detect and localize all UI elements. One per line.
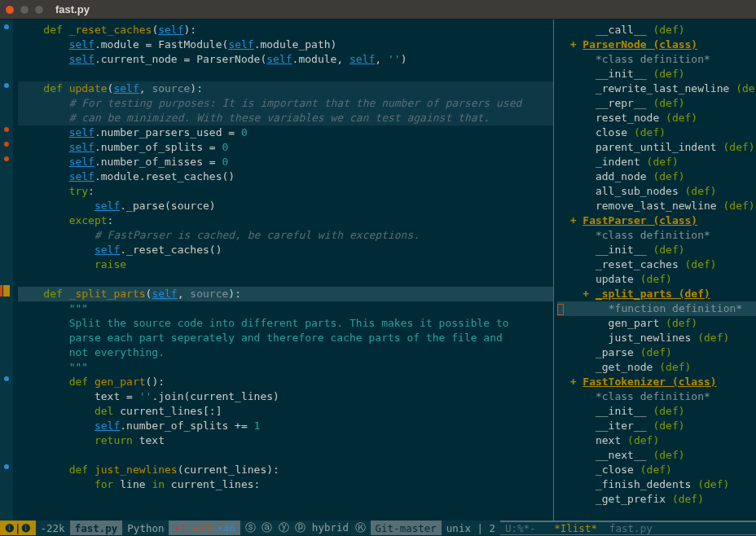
- outline-item[interactable]: __iter__ (def): [557, 419, 756, 433]
- outline-item[interactable]: *class definition*: [557, 228, 756, 243]
- code-line[interactable]: for line in current_lines:: [18, 477, 553, 492]
- code-line[interactable]: # can be minimized. With these variables…: [18, 111, 553, 125]
- outline-item[interactable]: __init__ (def): [557, 243, 756, 257]
- code-line[interactable]: self.number_of_misses = 0: [18, 155, 553, 169]
- ml-flags: ❶|❶: [0, 521, 36, 535]
- outline-item[interactable]: + FastTokenizer (class): [557, 375, 756, 389]
- outline-item[interactable]: _parse (def): [557, 345, 756, 360]
- code-line[interactable]: [18, 448, 553, 463]
- fold-marker-icon[interactable]: [4, 464, 9, 469]
- outline-item[interactable]: _reset_caches (def): [557, 257, 756, 272]
- maximize-icon[interactable]: [34, 5, 44, 15]
- window-title: fast.py: [55, 3, 90, 15]
- outline-item[interactable]: __init__ (def): [557, 404, 756, 419]
- outline-item[interactable]: close (def): [557, 125, 756, 140]
- outline-item[interactable]: __init__ (def): [557, 67, 756, 81]
- outline-pane[interactable]: __call__ (def) + ParserNode (class) *cla…: [554, 20, 756, 521]
- ml-major-mode[interactable]: Python: [122, 521, 169, 535]
- code-line[interactable]: [18, 272, 553, 287]
- code-line[interactable]: """: [18, 360, 553, 375]
- outline-cursor-marker: [557, 304, 564, 315]
- outline-item[interactable]: remove_last_newline (def): [557, 199, 756, 213]
- code-line[interactable]: self.number_of_splits = 0: [18, 140, 553, 155]
- outline-item[interactable]: _rewrite_last_newline (def): [557, 81, 756, 96]
- code-line[interactable]: # FastParser is cached, be careful with …: [18, 228, 553, 243]
- code-line[interactable]: self._reset_caches(): [18, 243, 553, 257]
- outline-item[interactable]: + FastParser (class): [557, 213, 756, 228]
- outline-item[interactable]: _indent (def): [557, 155, 756, 169]
- code-line[interactable]: Split the source code into different par…: [18, 316, 553, 331]
- code-line[interactable]: raise: [18, 257, 553, 272]
- outline-item[interactable]: _get_node (def): [557, 360, 756, 375]
- outline-item[interactable]: + ParserNode (class): [557, 37, 756, 52]
- outline-item[interactable]: *class definition*: [557, 389, 756, 404]
- outline-item[interactable]: all_sub_nodes (def): [557, 184, 756, 199]
- diff-marker-icon[interactable]: [4, 127, 9, 132]
- code-line[interactable]: def update(self, source):: [18, 81, 553, 96]
- code-line[interactable]: not everything.: [18, 345, 553, 360]
- ml-flycheck[interactable]: •1 •23 •46: [169, 521, 240, 535]
- close-icon[interactable]: [5, 5, 15, 15]
- outline-item[interactable]: __call__ (def): [557, 23, 756, 37]
- modeline: ❶|❶ - 22k fast.py Python •1 •23 •46 ⓢ ⓐ …: [0, 521, 756, 535]
- diff-marker-icon[interactable]: [4, 156, 9, 161]
- outline-item[interactable]: next (def): [557, 433, 756, 448]
- modeline-inactive: U:%*- *Ilist* fast.py: [500, 522, 756, 534]
- gutter: [0, 20, 13, 521]
- fold-marker-icon[interactable]: [4, 83, 9, 88]
- outline-item[interactable]: _get_prefix (def): [557, 492, 756, 507]
- code-line[interactable]: """: [18, 301, 553, 316]
- ml-minor-modes[interactable]: ⓢ ⓐ ⓨ ⓟ hybrid Ⓚ: [240, 521, 371, 535]
- ml-encoding: unix | 2: [442, 521, 500, 535]
- ml-vc[interactable]: Git-master: [371, 521, 442, 535]
- code-line[interactable]: return text: [18, 433, 553, 448]
- code-line[interactable]: def _reset_caches(self):: [18, 23, 553, 37]
- outline-item[interactable]: __next__ (def): [557, 448, 756, 463]
- code-line[interactable]: except:: [18, 213, 553, 228]
- outline-item[interactable]: _finish_dedents (def): [557, 477, 756, 492]
- code-line[interactable]: self.module = FastModule(self.module_pat…: [18, 37, 553, 52]
- outline-item[interactable]: *class definition*: [557, 52, 756, 67]
- code-line[interactable]: self.number_parsers_used = 0: [18, 125, 553, 140]
- outline-item[interactable]: *function definition*: [557, 301, 756, 316]
- code-line[interactable]: def just_newlines(current_lines):: [18, 463, 553, 477]
- outline-item[interactable]: just_newlines (def): [557, 331, 756, 345]
- outline-item[interactable]: __repr__ (def): [557, 96, 756, 111]
- ml-filename[interactable]: fast.py: [70, 521, 123, 535]
- code-line[interactable]: # For testing purposes: It is important …: [18, 96, 553, 111]
- minimize-icon[interactable]: [20, 5, 29, 15]
- code-line[interactable]: def gen_part():: [18, 375, 553, 389]
- code-pane[interactable]: def _reset_caches(self): self.module = F…: [13, 20, 553, 521]
- code-line[interactable]: del current_lines[:]: [18, 404, 553, 419]
- code-line[interactable]: self._parse(source): [18, 199, 553, 213]
- outline-item[interactable]: gen_part (def): [557, 316, 756, 331]
- code-line[interactable]: [18, 67, 553, 81]
- ml-size: - 22k: [36, 521, 70, 535]
- code-line[interactable]: self.number_of_splits += 1: [18, 419, 553, 433]
- diff-marker-icon[interactable]: [4, 142, 9, 147]
- outline-item[interactable]: _close (def): [557, 463, 756, 477]
- editor-frame: def _reset_caches(self): self.module = F…: [0, 20, 756, 521]
- fold-marker-icon[interactable]: [4, 24, 9, 29]
- outline-item[interactable]: parent_until_indent (def): [557, 140, 756, 155]
- outline-item[interactable]: + _split_parts (def): [557, 287, 756, 301]
- code-line[interactable]: def _split_parts(self, source):: [18, 287, 553, 301]
- outline-item[interactable]: update (def): [557, 272, 756, 287]
- code-line[interactable]: self.module.reset_caches(): [18, 169, 553, 184]
- code-line[interactable]: try:: [18, 184, 553, 199]
- outline-item[interactable]: add_node (def): [557, 169, 756, 184]
- code-line[interactable]: text = ''.join(current_lines): [18, 389, 553, 404]
- code-line[interactable]: self.current_node = ParserNode(self.modu…: [18, 52, 553, 67]
- window-titlebar: fast.py: [0, 0, 756, 20]
- fold-marker-icon[interactable]: [4, 376, 9, 381]
- outline-item[interactable]: reset_node (def): [557, 111, 756, 125]
- code-line[interactable]: parse each part seperately and therefore…: [18, 331, 553, 345]
- cursor-line-marker: [3, 285, 10, 297]
